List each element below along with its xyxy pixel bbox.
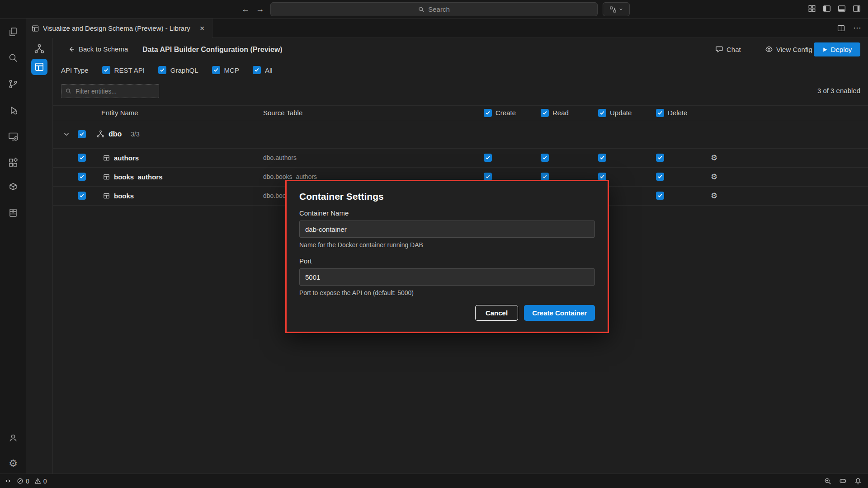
chat-button[interactable]: Chat (715, 45, 741, 53)
title-bar: ← → Search (0, 0, 868, 19)
group-count: 3/3 (131, 131, 139, 138)
search-sidebar-icon[interactable] (7, 52, 19, 64)
cancel-button[interactable]: Cancel (475, 305, 518, 321)
error-count: 0 (26, 478, 29, 485)
database-projects-icon[interactable] (7, 207, 19, 219)
entity-source: dbo.authors (263, 154, 297, 161)
graphql-option[interactable]: GraphQL (158, 66, 198, 74)
database-cube-icon[interactable] (7, 182, 19, 193)
update-all-checkbox[interactable] (598, 109, 606, 117)
graphql-label: GraphQL (170, 66, 198, 74)
row-checkbox[interactable] (78, 192, 86, 200)
play-icon (822, 47, 828, 52)
forward-arrow-icon[interactable]: → (254, 3, 266, 15)
remote-indicator[interactable] (5, 478, 11, 484)
delete-all-checkbox[interactable] (656, 109, 664, 117)
delete-checkbox[interactable] (656, 192, 664, 200)
designer-mini-sidebar (26, 38, 53, 474)
view-config-button[interactable]: View Config (765, 45, 812, 53)
all-checkbox[interactable] (253, 66, 261, 74)
customize-layout-icon[interactable] (808, 5, 816, 13)
group-checkbox[interactable] (78, 130, 86, 138)
copilot-indicator[interactable] (839, 477, 847, 485)
row-settings-gear-icon[interactable]: ⚙ (711, 154, 717, 162)
deploy-label: Deploy (831, 46, 852, 53)
back-arrow-icon[interactable]: ← (240, 3, 251, 15)
delete-checkbox[interactable] (656, 173, 664, 181)
error-icon (17, 478, 24, 484)
remote-explorer-icon[interactable] (7, 131, 19, 142)
update-checkbox[interactable] (598, 154, 606, 162)
api-type-label: API Type (61, 66, 89, 74)
entity-config-view-button[interactable] (31, 59, 47, 75)
tab-bar: Visualize and Design Schema (Preview) - … (26, 19, 868, 38)
editor-actions: ⋯ (837, 19, 862, 38)
chat-icon (715, 45, 723, 53)
schema-hierarchy-icon (97, 130, 104, 138)
chevron-down-icon (619, 7, 623, 11)
port-help: Port to expose the API on (default: 5000… (299, 289, 595, 296)
container-name-input[interactable] (299, 221, 595, 238)
split-editor-icon[interactable] (837, 24, 845, 32)
accounts-icon[interactable] (7, 432, 19, 444)
problems-indicator[interactable]: 0 0 (17, 478, 47, 485)
run-debug-icon[interactable] (7, 104, 19, 116)
schema-diagram-icon[interactable] (34, 44, 44, 54)
bell-icon (854, 478, 862, 485)
entity-name-header: Entity Name (101, 109, 138, 117)
entity-row-authors[interactable]: authors dbo.authors ⚙ (53, 148, 868, 168)
toggle-secondary-sidebar-icon[interactable] (853, 5, 861, 13)
toggle-panel-icon[interactable] (838, 5, 846, 13)
row-checkbox[interactable] (78, 173, 86, 181)
source-control-icon[interactable] (7, 78, 19, 90)
command-center-search[interactable]: Search (270, 2, 598, 16)
port-input[interactable] (299, 268, 595, 286)
all-option[interactable]: All (253, 66, 273, 74)
more-actions-icon[interactable]: ⋯ (853, 23, 862, 33)
flow-icon (609, 6, 617, 13)
notifications-indicator[interactable] (854, 478, 862, 485)
api-type-row: API Type REST API GraphQL MCP All (61, 64, 273, 76)
read-checkbox[interactable] (541, 154, 549, 162)
filter-entities-input[interactable] (75, 87, 155, 95)
mcp-label: MCP (224, 66, 239, 74)
zoom-indicator[interactable] (824, 478, 831, 485)
table-icon (103, 174, 110, 180)
rest-api-checkbox[interactable] (102, 66, 110, 74)
toggle-sidebar-icon[interactable] (823, 5, 831, 13)
warning-count: 0 (43, 478, 47, 485)
mcp-checkbox[interactable] (212, 66, 220, 74)
extensions-icon[interactable] (7, 157, 19, 169)
read-all-checkbox[interactable] (541, 109, 549, 117)
collapse-chevron-icon[interactable] (63, 131, 70, 137)
table-icon (103, 155, 110, 161)
explorer-icon[interactable] (7, 26, 19, 38)
activity-bar: ⚙ (0, 19, 27, 474)
graphql-checkbox[interactable] (158, 66, 166, 74)
container-settings-dialog: Container Settings Container Name Name f… (285, 180, 609, 333)
row-settings-gear-icon[interactable]: ⚙ (711, 173, 717, 181)
filter-entities-field[interactable] (61, 84, 159, 98)
tab-close-icon[interactable]: ✕ (198, 24, 207, 33)
delete-checkbox[interactable] (656, 154, 664, 162)
status-right (824, 477, 862, 485)
deploy-button[interactable]: Deploy (814, 42, 860, 56)
create-container-button[interactable]: Create Container (524, 305, 595, 321)
update-header: Update (610, 109, 632, 117)
create-header: Create (495, 109, 516, 117)
copilot-icon (839, 477, 847, 485)
settings-gear-icon[interactable]: ⚙ (7, 458, 19, 469)
session-dropdown[interactable] (603, 2, 630, 16)
back-to-schema-link[interactable]: Back to Schema (68, 45, 128, 53)
create-all-checkbox[interactable] (484, 109, 492, 117)
group-name: dbo (108, 130, 122, 138)
row-settings-gear-icon[interactable]: ⚙ (711, 192, 717, 200)
tab-schema-designer[interactable]: Visualize and Design Schema (Preview) - … (26, 19, 212, 38)
mcp-option[interactable]: MCP (212, 66, 239, 74)
create-checkbox[interactable] (484, 154, 492, 162)
row-checkbox[interactable] (78, 154, 86, 162)
container-name-help: Name for the Docker container running DA… (299, 241, 595, 249)
page-title: Data API Builder Configuration (Preview) (142, 46, 283, 54)
rest-api-option[interactable]: REST API (102, 66, 145, 74)
schema-group-row[interactable]: dbo 3/3 (53, 120, 868, 149)
